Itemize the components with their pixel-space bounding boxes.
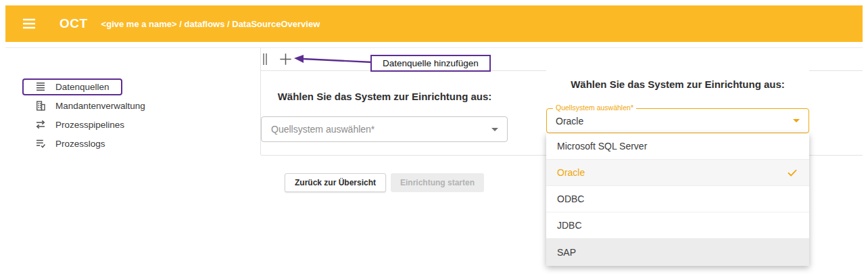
back-to-overview-button[interactable]: Zurück zur Übersicht xyxy=(285,173,386,192)
source-system-select-open[interactable]: Quellsystem auswählen* Oracle xyxy=(546,108,809,133)
option-label: Oracle xyxy=(557,167,585,178)
wizard-heading: Wählen Sie das System zur Einrichtung au… xyxy=(260,91,509,102)
overlay-heading: Wählen Sie das System zur Einrichtung au… xyxy=(546,64,809,92)
splitter-drag-handle-icon[interactable] xyxy=(263,53,267,65)
start-setup-button[interactable]: Einrichtung starten xyxy=(391,173,484,192)
chevron-down-icon xyxy=(793,119,800,122)
breadcrumb: <give me a name> / dataflows / DataSourc… xyxy=(101,19,320,29)
sidebar-item-datenquellen[interactable]: Datenquellen xyxy=(5,77,235,96)
app-bar: OCT <give me a name> / dataflows / DataS… xyxy=(5,5,863,42)
sidebar-item-prozesspipelines[interactable]: Prozesspipelines xyxy=(5,115,235,134)
sidebar-item-label: Mandantenverwaltung xyxy=(55,101,145,111)
wizard-button-row: Zurück zur Übersicht Einrichtung starten xyxy=(261,173,508,192)
pipeline-icon xyxy=(34,118,47,131)
app-title: OCT xyxy=(59,16,88,31)
sidebar-item-label: Datenquellen xyxy=(55,82,110,92)
check-icon xyxy=(786,166,798,179)
select-selected-value: Oracle xyxy=(547,116,583,127)
log-check-icon xyxy=(34,137,47,150)
hamburger-menu-icon[interactable] xyxy=(20,15,38,32)
building-icon xyxy=(34,99,47,112)
annotation-label: Datenquelle hinzufügen xyxy=(370,55,491,72)
option-oracle[interactable]: Oracle xyxy=(546,160,809,186)
sidebar-item-label: Prozesslogs xyxy=(55,139,105,149)
divider-toolbar-top xyxy=(5,47,863,48)
option-microsoft-sql-server[interactable]: Microsoft SQL Server xyxy=(546,133,809,160)
option-sap[interactable]: SAP xyxy=(546,239,809,266)
sidebar-item-label: Prozesspipelines xyxy=(55,120,124,130)
sidebar-nav: Datenquellen Mandantenverwaltung xyxy=(5,77,235,153)
datasource-overview-screen: OCT <give me a name> / dataflows / DataS… xyxy=(0,0,868,274)
sidebar-item-mandantenverwaltung[interactable]: Mandantenverwaltung xyxy=(5,96,235,115)
option-jdbc[interactable]: JDBC xyxy=(546,212,809,239)
source-system-select[interactable]: Quellsystem auswählen* xyxy=(261,116,508,142)
source-system-dropdown: Microsoft SQL Server Oracle ODBC JDBC SA… xyxy=(546,133,809,266)
chevron-down-icon xyxy=(491,128,498,131)
plus-icon xyxy=(278,51,293,67)
list-icon xyxy=(34,80,47,93)
option-odbc[interactable]: ODBC xyxy=(546,186,809,212)
annotation-arrow-icon xyxy=(293,53,374,68)
select-placeholder: Quellsystem auswählen* xyxy=(262,124,375,135)
sidebar-item-prozesslogs[interactable]: Prozesslogs xyxy=(5,134,235,153)
select-floating-label: Quellsystem auswählen* xyxy=(553,104,636,112)
select-overlay-panel: Wählen Sie das System zur Einrichtung au… xyxy=(546,64,809,267)
